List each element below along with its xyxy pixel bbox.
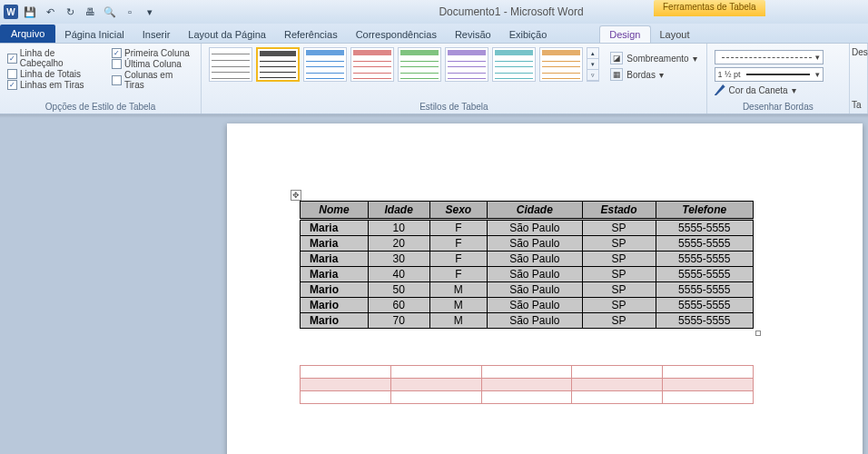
table-cell[interactable]: 10 <box>368 220 429 236</box>
tab-design[interactable]: Design <box>599 25 650 43</box>
table-cell[interactable]: 5555-5555 <box>656 282 754 298</box>
table-cell[interactable]: Mario <box>301 298 369 313</box>
tab-layout[interactable]: Layout <box>651 26 699 43</box>
line-weight-combo[interactable]: 1 ½ pt▾ <box>715 67 824 82</box>
table-style-swatch[interactable] <box>350 47 394 82</box>
word-app-icon[interactable]: W <box>4 5 18 19</box>
table-cell[interactable]: SP <box>582 298 656 313</box>
table-style-swatch[interactable] <box>303 47 347 82</box>
table-cell[interactable]: 60 <box>368 298 429 313</box>
empty-table[interactable] <box>300 365 754 404</box>
table-cell[interactable]: M <box>429 282 488 298</box>
table-style-swatch[interactable] <box>492 47 536 82</box>
table-cell[interactable]: São Paulo <box>488 236 582 252</box>
tab-correspondencias[interactable]: Correspondências <box>347 26 446 43</box>
table-cell[interactable]: São Paulo <box>488 267 582 282</box>
table-cell[interactable]: M <box>429 298 488 313</box>
save-icon[interactable]: 💾 <box>22 4 38 20</box>
tab-exibicao[interactable]: Exibição <box>500 26 557 43</box>
opt-primeira-coluna[interactable]: Primeira Coluna <box>112 48 193 58</box>
page[interactable]: ✥ NomeIdadeSexoCidadeEstadoTelefone Mari… <box>227 123 863 454</box>
table-cell[interactable]: 5555-5555 <box>656 220 754 236</box>
opt-colunas-tiras[interactable]: Colunas em Tiras <box>112 70 193 90</box>
table-row[interactable]: Maria10FSão PauloSP5555-5555 <box>301 220 754 236</box>
tab-revisao[interactable]: Revisão <box>446 26 500 43</box>
table-style-swatch-selected[interactable] <box>256 47 300 82</box>
table-cell[interactable]: 40 <box>368 267 429 282</box>
table-header-cell[interactable]: Sexo <box>429 202 488 220</box>
table-cell[interactable]: SP <box>582 282 656 298</box>
table-cell[interactable]: 5555-5555 <box>656 298 754 313</box>
table-cell[interactable]: M <box>429 313 488 329</box>
print-icon[interactable]: 🖶 <box>82 4 98 20</box>
table-cell[interactable]: F <box>429 220 488 236</box>
opt-linha-cabecalho[interactable]: Linha de Cabeçalho <box>7 48 99 68</box>
table-style-swatch[interactable] <box>445 47 488 82</box>
table-row[interactable]: Mario50MSão PauloSP5555-5555 <box>301 282 754 298</box>
table-row[interactable]: Maria20FSão PauloSP5555-5555 <box>301 236 754 252</box>
table-header-cell[interactable]: Nome <box>301 202 369 220</box>
line-style-combo[interactable]: ▾ <box>715 50 824 64</box>
table-cell[interactable]: 5555-5555 <box>656 236 754 252</box>
tab-arquivo[interactable]: Arquivo <box>0 25 55 43</box>
table-cell[interactable]: 20 <box>368 236 429 252</box>
table-row[interactable]: Mario60MSão PauloSP5555-5555 <box>301 298 754 313</box>
opt-linha-totais[interactable]: Linha de Totais <box>7 69 99 79</box>
table-cell[interactable]: SP <box>582 236 656 252</box>
table-cell[interactable]: SP <box>582 313 656 329</box>
pen-icon <box>715 84 725 95</box>
table-cell[interactable]: SP <box>582 220 656 236</box>
table-cell[interactable]: São Paulo <box>488 252 582 267</box>
table-style-swatch[interactable] <box>539 47 583 82</box>
borders-button[interactable]: ▦Bordas ▾ <box>608 67 698 82</box>
table-cell[interactable]: F <box>429 236 488 252</box>
tab-referencias[interactable]: Referências <box>275 26 347 43</box>
cut-label: Des <box>852 47 865 57</box>
table-cell[interactable]: Mario <box>301 282 369 298</box>
table-cell[interactable]: Mario <box>301 313 369 329</box>
data-table[interactable]: NomeIdadeSexoCidadeEstadoTelefone Maria1… <box>300 201 754 329</box>
table-cell[interactable]: São Paulo <box>488 220 582 236</box>
table-cell[interactable]: Maria <box>301 267 369 282</box>
table-header-cell[interactable]: Cidade <box>488 202 582 220</box>
table-cell[interactable]: Maria <box>301 252 369 267</box>
table-cell[interactable]: 5555-5555 <box>656 252 754 267</box>
preview-icon[interactable]: 🔍 <box>102 4 118 20</box>
opt-linhas-tiras[interactable]: Linhas em Tiras <box>7 80 99 90</box>
pen-color-button[interactable]: Cor da Caneta ▾ <box>715 84 842 95</box>
table-cell[interactable]: São Paulo <box>488 298 582 313</box>
qat-customize-icon[interactable]: ▾ <box>142 4 158 20</box>
tab-pagina-inicial[interactable]: Página Inicial <box>55 26 133 43</box>
table-cell[interactable]: Maria <box>301 220 369 236</box>
shading-button[interactable]: ◪Sombreamento ▾ <box>608 51 698 65</box>
table-cell[interactable]: SP <box>582 252 656 267</box>
table-cell[interactable]: SP <box>582 267 656 282</box>
table-cell[interactable]: F <box>429 267 488 282</box>
opt-ultima-coluna[interactable]: Última Coluna <box>112 59 193 69</box>
new-doc-icon[interactable]: ▫ <box>122 4 138 20</box>
table-cell[interactable]: 50 <box>368 282 429 298</box>
table-header-cell[interactable]: Idade <box>368 202 429 220</box>
table-cell[interactable]: F <box>429 252 488 267</box>
table-cell[interactable]: 5555-5555 <box>656 267 754 282</box>
table-row[interactable]: Maria40FSão PauloSP5555-5555 <box>301 267 754 282</box>
table-move-handle-icon[interactable]: ✥ <box>291 190 301 201</box>
gallery-more-button[interactable]: ▴▾▿ <box>587 47 599 82</box>
table-row[interactable]: Maria30FSão PauloSP5555-5555 <box>301 252 754 267</box>
table-style-swatch[interactable] <box>398 47 441 82</box>
undo-icon[interactable]: ↶ <box>42 4 58 20</box>
table-cell[interactable]: 30 <box>368 252 429 267</box>
table-cell[interactable]: Maria <box>301 236 369 252</box>
table-style-swatch[interactable] <box>209 47 252 82</box>
table-resize-handle-icon[interactable] <box>755 331 761 336</box>
table-cell[interactable]: São Paulo <box>488 313 582 329</box>
tab-inserir[interactable]: Inserir <box>133 26 180 43</box>
table-header-cell[interactable]: Telefone <box>656 202 754 220</box>
table-cell[interactable]: 5555-5555 <box>656 313 754 329</box>
table-row[interactable]: Mario70MSão PauloSP5555-5555 <box>301 313 754 329</box>
redo-icon[interactable]: ↻ <box>62 4 78 20</box>
table-cell[interactable]: 70 <box>368 313 429 329</box>
table-cell[interactable]: São Paulo <box>488 282 582 298</box>
tab-layout-pagina[interactable]: Layout da Página <box>179 26 275 43</box>
table-header-cell[interactable]: Estado <box>582 202 656 220</box>
